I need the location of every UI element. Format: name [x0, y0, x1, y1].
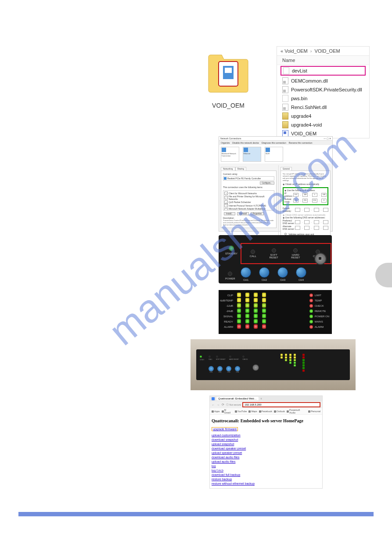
bookmark-powersoft-audio[interactable]: Powersoft Audio	[287, 409, 306, 414]
dialog-titlebar: Network Connections — ▢ ✕	[219, 137, 332, 141]
file-row-devlist[interactable]: devList	[281, 66, 366, 76]
bookmark-m-gmail[interactable]: M Gmail	[222, 409, 233, 414]
meter-led-icon	[262, 324, 266, 329]
bookmark-apps[interactable]: Apps	[212, 409, 220, 414]
subnet-field[interactable]: 255.255.255.0	[293, 199, 327, 203]
hw-button-hard-reset[interactable]: HARDRESET	[291, 248, 300, 259]
link-download-speaker-preset[interactable]: download speaker preset	[212, 447, 320, 450]
device-right-meter	[280, 353, 343, 378]
link-download-snapshot[interactable]: download snapshot	[212, 438, 320, 441]
reload-button[interactable]: ⟳	[221, 403, 225, 406]
adapter-bluetooth[interactable]: Bluetooth Network Connection	[221, 147, 239, 162]
page-side-tab[interactable]	[375, 263, 392, 287]
install-button[interactable]: Install...	[224, 212, 235, 215]
radio-manual-ip[interactable]: Use the following IP address:	[284, 189, 327, 192]
status-limit: LIMIT	[309, 293, 329, 298]
protocol-item[interactable]: Internet Protocol Version 4 (TCP/IPv4)	[224, 204, 273, 207]
device-left-controls: STBY CALLSOFT RESETHARD RESETCHECK CH1CH…	[200, 355, 266, 375]
meter-label: SIGNAL	[219, 314, 234, 319]
radio-auto-ip[interactable]: Obtain an IP address automatically	[283, 183, 328, 185]
bookmark-icon	[248, 410, 251, 413]
bookmark-facebook[interactable]: Facebook	[259, 409, 272, 414]
channel-knob-ch2[interactable]: CH2	[259, 267, 270, 281]
column-header-name[interactable]: Name	[277, 56, 369, 65]
uninstall-button[interactable]: Uninstall	[237, 212, 249, 215]
window-controls[interactable]: — ▢ ✕	[324, 137, 331, 140]
channel-knob-ch1[interactable]: CH1	[241, 267, 251, 281]
toolbar-disable[interactable]: Disable this network device	[232, 141, 259, 144]
dll-file-icon	[282, 86, 288, 93]
link-log-f.m.b[interactable]: log f.m.b	[212, 469, 320, 472]
toolbar-rename[interactable]: Rename this connection	[289, 141, 313, 144]
status-mains: MAINS	[309, 319, 329, 324]
security-indicator[interactable]: ⓘ Not secure	[226, 403, 241, 406]
alt-dns-field[interactable]: ...	[295, 226, 328, 230]
link-download-full-backup[interactable]: download full backup	[212, 473, 320, 476]
breadcrumb-segment-2[interactable]: VOID_OEM	[315, 48, 340, 54]
bookmarks-bar: AppsM GmailYouTubeMapsFacebookOutlookPow…	[210, 408, 322, 415]
file-row-upgrade4-void[interactable]: upgrade4-void	[277, 120, 369, 129]
link-upload-snapshot[interactable]: upload snapshot	[212, 443, 320, 446]
link-upload-customization[interactable]: upload customization	[212, 434, 320, 437]
forward-button[interactable]: →	[216, 403, 220, 406]
radio-manual-dns[interactable]: Use the following DNS server addresses:	[283, 216, 328, 219]
tab-sharing[interactable]: Sharing	[235, 167, 247, 170]
device-btn-soft-reset: SOFT RESET	[216, 355, 226, 360]
pref-dns-field[interactable]: ...	[295, 220, 328, 224]
back-button[interactable]: ←	[212, 403, 215, 406]
link-log[interactable]: log	[212, 464, 320, 468]
breadcrumb-back[interactable]: «	[281, 48, 283, 54]
breadcrumb[interactable]: « Void_OEM › VOID_OEM	[277, 47, 369, 56]
file-row-upgrade4[interactable]: upgrade4	[277, 112, 369, 120]
tab-networking[interactable]: Networking	[221, 167, 235, 170]
adapter-ethernet[interactable]: Ethernet	[243, 147, 261, 162]
link-restore-backup[interactable]: restore backup	[212, 478, 320, 481]
adapter-wifi[interactable]: Wi-Fi	[265, 147, 283, 162]
meter-led-icon	[237, 319, 241, 323]
bookmark-personal[interactable]: Personal	[308, 409, 320, 414]
configure-button[interactable]: Configure...	[260, 181, 274, 185]
browser-tab[interactable]: Quattrocanali: Embedded Web…	[216, 397, 259, 400]
new-tab-button[interactable]: +	[260, 397, 262, 400]
ip-address-field[interactable]: 192.168.5.100	[293, 193, 327, 197]
channel-knob-ch4[interactable]: CH4	[296, 267, 306, 281]
protocol-item[interactable]: QoS Packet Scheduler	[224, 200, 273, 204]
key-file-icon	[282, 121, 288, 128]
link-upgrade-firmware[interactable]: upgrade firmware	[212, 427, 238, 431]
link-upload-audio-files[interactable]: upload audio files	[212, 460, 320, 463]
controller-name: Realtek PCIe FE Family Controller	[227, 177, 261, 180]
channel-knob-ch3[interactable]: CH3	[277, 267, 288, 281]
file-row-powersoftsdk-privatesecurity-dll[interactable]: PowersoftSDK.PrivateSecurity.dll	[277, 85, 369, 94]
protocol-item[interactable]: File and Printer Sharing for Microsoft N…	[224, 195, 273, 200]
level-meter-panel: CLIP-6dB/TEMP-12dB-24dBSIGNALREADYALARM …	[219, 290, 332, 334]
bookmark-outlook[interactable]: Outlook	[274, 409, 285, 414]
file-row-renci-sshnet-dll[interactable]: Renci.SshNet.dll	[277, 103, 369, 112]
file-row-pws-bin[interactable]: pws.bin	[277, 94, 369, 103]
link-restore-without-ethernet-backup[interactable]: restore without ethernet backup	[212, 482, 320, 485]
status-led-icon	[309, 299, 313, 302]
bin-file-icon	[282, 95, 288, 102]
device-meter-ch2	[285, 354, 287, 377]
meter-led-icon	[245, 293, 249, 297]
protocol-list[interactable]: Client for Microsoft NetworksFile and Pr…	[223, 190, 274, 210]
meter-led-icon	[245, 324, 249, 329]
hw-button-soft-reset[interactable]: SOFTRESET	[270, 248, 278, 259]
toolbar-organize[interactable]: Organize	[221, 141, 230, 144]
bookmark-youtube[interactable]: YouTube	[235, 409, 247, 414]
link-upload-speaker-preset[interactable]: upload speaker preset	[212, 451, 320, 454]
properties-button[interactable]: Properties	[251, 212, 264, 215]
file-row-oemcommon-dll[interactable]: OEMCommon.dll	[277, 76, 369, 85]
gateway-field[interactable]: ...	[295, 208, 328, 212]
bookmark-icon	[222, 410, 224, 413]
breadcrumb-segment-1[interactable]: Void_OEM	[284, 48, 308, 54]
meter-led-icon	[262, 293, 266, 297]
gateway-label: Default gateway:	[283, 207, 295, 212]
protocol-item[interactable]: Client for Microsoft Networks	[224, 192, 273, 195]
url-field[interactable]: 192.168.5.200	[242, 402, 320, 407]
hw-button-call[interactable]: CALL	[250, 250, 256, 258]
protocol-item[interactable]: Microsoft Network Adapter Multiplexor Pr…	[224, 207, 273, 210]
tab-general[interactable]: General	[281, 167, 292, 170]
bookmark-maps[interactable]: Maps	[248, 409, 257, 414]
link-download-audio-files[interactable]: download audio files	[212, 456, 320, 459]
toolbar-diagnose[interactable]: Diagnose this connection	[262, 141, 286, 144]
